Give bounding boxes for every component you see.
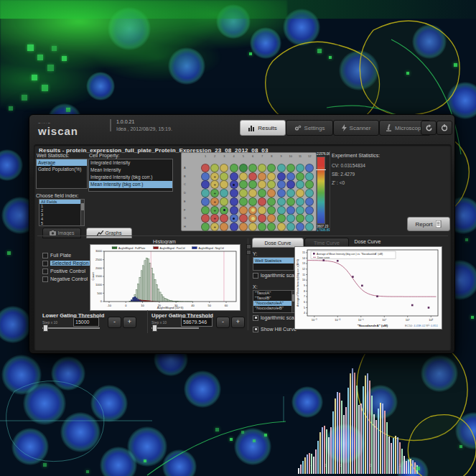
- well-E8[interactable]: [267, 197, 276, 206]
- well-E1[interactable]: [201, 197, 210, 206]
- well-B2[interactable]: +: [210, 172, 219, 181]
- well-C5[interactable]: [239, 180, 248, 189]
- well-E7[interactable]: [258, 197, 266, 206]
- well-A1[interactable]: [201, 164, 210, 172]
- well-B4[interactable]: [230, 172, 238, 181]
- histogram-checkbox-positive-control[interactable]: Positive Control: [42, 268, 85, 274]
- well-A4[interactable]: [230, 164, 238, 172]
- well-H3[interactable]: [220, 223, 228, 231]
- panel-splitter[interactable]: [247, 238, 249, 330]
- well-D2[interactable]: +: [210, 189, 219, 197]
- well-A2[interactable]: [210, 164, 219, 172]
- well-F7[interactable]: [258, 206, 266, 215]
- cell-property-list[interactable]: Integrated IntensityMean IntensityIntegr…: [88, 159, 173, 192]
- well-B8[interactable]: [267, 172, 276, 181]
- tab-results[interactable]: Results: [240, 120, 286, 136]
- list-item[interactable]: Mean Intensity: [89, 167, 172, 174]
- upper-minus-button[interactable]: -: [216, 317, 230, 328]
- well-F12[interactable]: [305, 206, 314, 215]
- well-A5[interactable]: [239, 164, 248, 172]
- well-F4[interactable]: [230, 206, 238, 215]
- list-item[interactable]: "NocodazoleB": [253, 306, 295, 311]
- well-B12[interactable]: [305, 172, 314, 181]
- well-B6[interactable]: [248, 172, 257, 181]
- well-D7[interactable]: [258, 189, 266, 197]
- show-hill-curve-checkbox[interactable]: Show Hill Curve: [253, 326, 297, 332]
- well-H6[interactable]: [248, 223, 257, 231]
- well-E6[interactable]: [248, 197, 257, 206]
- well-C6[interactable]: [248, 180, 257, 189]
- power-button[interactable]: [437, 121, 452, 135]
- y-log-scale-checkbox[interactable]: logarithmic scale: [253, 272, 298, 279]
- well-E11[interactable]: [296, 197, 304, 206]
- well-H9[interactable]: [277, 223, 286, 231]
- well-H7[interactable]: [258, 223, 266, 231]
- well-D10[interactable]: [286, 189, 295, 197]
- well-D5[interactable]: [239, 189, 248, 197]
- well-D1[interactable]: [201, 189, 210, 197]
- well-A10[interactable]: [286, 164, 295, 172]
- well-F5[interactable]: [239, 206, 248, 215]
- well-B11[interactable]: [296, 172, 304, 181]
- list-item[interactable]: Mean Intensity (bkg corr.): [89, 181, 172, 188]
- well-D6[interactable]: [248, 189, 257, 197]
- well-H11[interactable]: [296, 223, 304, 231]
- lower-minus-button[interactable]: -: [108, 317, 121, 328]
- well-D3[interactable]: [220, 189, 228, 197]
- histogram-checkbox-full-plate[interactable]: Full Plate: [42, 252, 71, 258]
- well-F9[interactable]: [277, 206, 286, 215]
- well-A12[interactable]: [305, 164, 314, 172]
- tab-graphs[interactable]: Graphs: [86, 228, 132, 238]
- list-item[interactable]: "TaxolB": [253, 296, 295, 301]
- list-item[interactable]: Integrated Intensity: [89, 159, 172, 167]
- well-C8[interactable]: [267, 180, 276, 189]
- well-C12[interactable]: [305, 180, 314, 189]
- well-B7[interactable]: [258, 172, 266, 181]
- well-C1[interactable]: [201, 180, 210, 189]
- well-G2[interactable]: +: [210, 214, 219, 223]
- well-D8[interactable]: [267, 189, 276, 197]
- well-E9[interactable]: [277, 197, 286, 206]
- well-H5[interactable]: [239, 223, 248, 231]
- well-A7[interactable]: [258, 164, 266, 172]
- well-C11[interactable]: [296, 180, 304, 189]
- tab-settings[interactable]: Settings: [286, 120, 333, 136]
- well-E3[interactable]: [220, 197, 228, 206]
- well-B5[interactable]: [239, 172, 248, 181]
- well-A11[interactable]: [296, 164, 304, 172]
- well-H8[interactable]: [267, 223, 276, 231]
- well-F1[interactable]: [201, 206, 210, 215]
- well-G12[interactable]: [305, 214, 314, 223]
- well-F3[interactable]: [220, 206, 228, 215]
- list-item[interactable]: "NocodazoleA": [253, 301, 295, 306]
- well-F8[interactable]: [267, 206, 276, 215]
- list-item[interactable]: 5: [39, 221, 84, 225]
- well-B10[interactable]: [286, 172, 295, 181]
- well-C4[interactable]: [230, 180, 238, 189]
- well-C9[interactable]: [277, 180, 286, 189]
- well-G8[interactable]: [267, 214, 276, 223]
- well-C10[interactable]: [286, 180, 295, 189]
- field-index-scrollbar[interactable]: [80, 200, 84, 225]
- well-G5[interactable]: [239, 214, 248, 223]
- well-E10[interactable]: [286, 197, 295, 206]
- list-item[interactable]: Average: [37, 159, 87, 166]
- dose-y-list[interactable]: Well Statistics: [253, 257, 294, 271]
- well-H10[interactable]: [286, 223, 295, 231]
- well-F11[interactable]: [296, 206, 304, 215]
- histogram-checkbox-negative-control[interactable]: Negative Control: [42, 276, 88, 282]
- lower-plus-button[interactable]: +: [123, 317, 136, 328]
- well-B3[interactable]: [220, 172, 228, 181]
- well-A9[interactable]: [277, 164, 286, 172]
- well-E12[interactable]: [305, 197, 314, 206]
- tab-scanner[interactable]: Scanner: [333, 120, 379, 136]
- well-C3[interactable]: [220, 180, 228, 189]
- well-B1[interactable]: [201, 172, 210, 181]
- well-F6[interactable]: [248, 206, 257, 215]
- well-H1[interactable]: [201, 223, 210, 231]
- upper-threshold-input[interactable]: [181, 317, 213, 327]
- well-D9[interactable]: [277, 189, 286, 197]
- well-A8[interactable]: [267, 164, 276, 172]
- well-G7[interactable]: [258, 214, 266, 223]
- well-E5[interactable]: [239, 197, 248, 206]
